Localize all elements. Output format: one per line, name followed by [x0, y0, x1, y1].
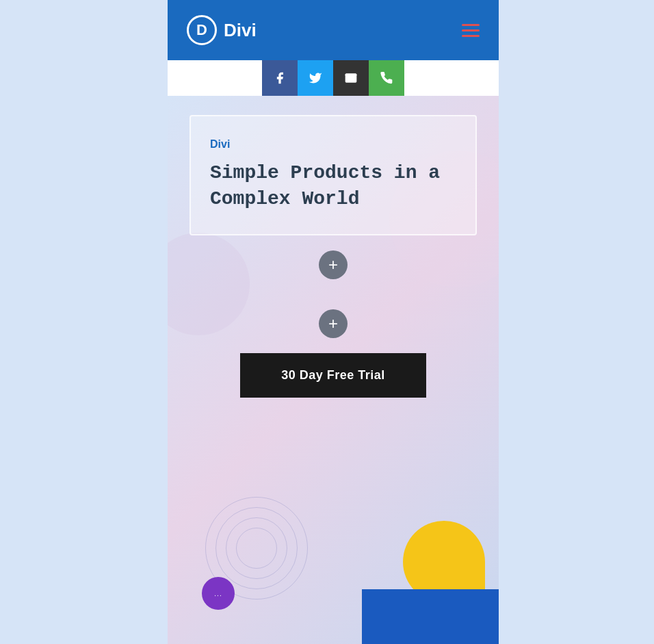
right-panel — [499, 0, 654, 644]
nav-bar: D Divi — [168, 0, 499, 60]
hamburger-menu-button[interactable] — [462, 24, 480, 37]
more-options-button[interactable]: ... — [202, 577, 235, 610]
social-bar — [168, 60, 499, 96]
left-panel — [0, 0, 168, 644]
blue-decorative-rectangle — [362, 589, 499, 644]
trial-button[interactable]: 30 Day Free Trial — [240, 353, 426, 398]
mobile-frame: D Divi — [168, 0, 499, 644]
add-section-button-2[interactable]: + — [319, 309, 348, 338]
card-label: Divi — [210, 138, 456, 151]
bg-blob-2 — [168, 233, 250, 335]
phone-button[interactable] — [369, 60, 404, 96]
page-wrapper: D Divi — [0, 0, 654, 644]
add-section-button-1[interactable]: + — [319, 250, 348, 279]
logo-text: Divi — [224, 20, 257, 41]
facebook-button[interactable] — [262, 60, 298, 96]
card-title: Simple Products in a Complex World — [210, 160, 456, 212]
logo-area: D Divi — [187, 15, 257, 45]
email-button[interactable] — [333, 60, 369, 96]
logo-icon: D — [187, 15, 217, 45]
main-content: Divi Simple Products in a Complex World … — [168, 96, 499, 644]
twitter-button[interactable] — [298, 60, 333, 96]
bottom-decorative-area: ... — [168, 507, 499, 644]
content-card: Divi Simple Products in a Complex World — [189, 115, 477, 235]
